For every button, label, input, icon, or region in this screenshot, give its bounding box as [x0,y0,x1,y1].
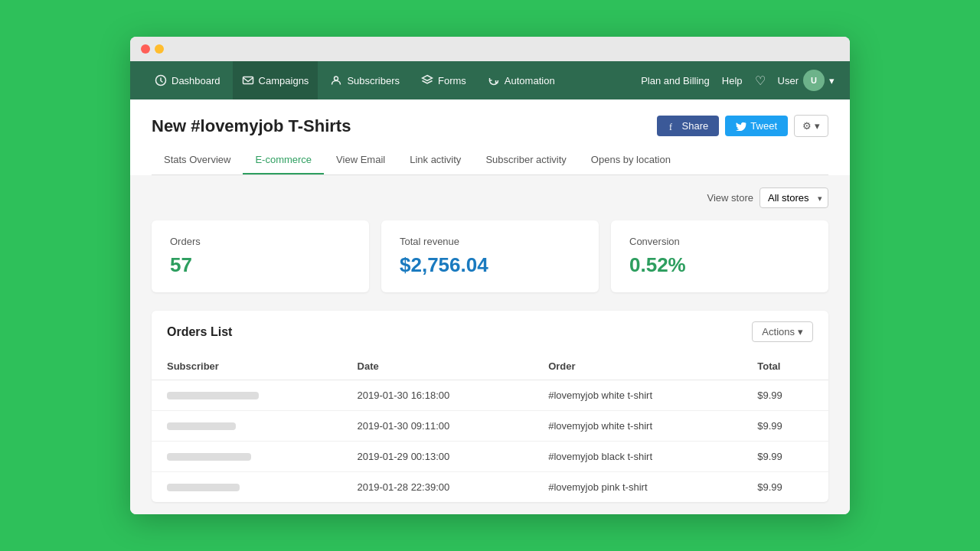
tab-stats-overview[interactable]: Stats Overview [152,146,243,174]
nav-label-forms: Forms [438,75,466,86]
col-total: Total [742,353,828,380]
conversion-value: 0.52% [629,253,810,277]
page-title: New #lovemyjob T-Shirts [152,116,351,136]
nav-label-campaigns: Campaigns [259,75,309,86]
tab-link-activity[interactable]: Link activity [397,146,473,174]
total-cell: $9.99 [742,411,828,442]
nav-item-forms[interactable]: Forms [412,61,475,99]
revenue-value: $2,756.04 [400,253,580,277]
subscriber-placeholder [167,484,240,491]
stats-cards: Orders 57 Total revenue $2,756.04 Conver… [152,220,828,292]
page-content: New #lovemyjob T-Shirts f Share Tweet ⚙ [130,99,850,175]
subscriber-placeholder [167,392,259,399]
table-row: 2019-01-29 00:13:00 #lovemyjob black t-s… [152,442,828,472]
tabs: Stats Overview E-commerce View Email Lin… [152,146,828,175]
subscriber-placeholder [167,453,251,461]
nav-label-dashboard: Dashboard [172,75,220,86]
clock-icon [155,74,167,86]
tab-opens-by-location[interactable]: Opens by location [579,146,683,174]
orders-title: Orders List [167,325,232,339]
nav-label-subscribers: Subscribers [347,75,400,86]
chevron-down-icon: ▾ [829,75,835,86]
nav-left: Dashboard Campaigns Subscribers [145,61,641,99]
dot-green[interactable] [168,44,178,54]
user-area[interactable]: User U ▾ [778,70,835,91]
refresh-icon [488,74,500,86]
revenue-label: Total revenue [400,236,580,247]
stat-card-conversion: Conversion 0.52% [611,220,828,292]
view-store-label: View store [707,192,753,204]
tab-ecommerce[interactable]: E-commerce [243,146,324,174]
table-row: 2019-01-28 22:39:00 #lovemyjob pink t-sh… [152,472,828,503]
facebook-icon: f [668,121,678,132]
tweet-label: Tweet [750,120,777,132]
nav-item-dashboard[interactable]: Dashboard [145,61,230,99]
actions-chevron-icon: ▾ [798,326,803,337]
mail-icon [242,74,254,86]
browser-window: Dashboard Campaigns Subscribers [130,37,850,514]
nav-label-automation: Automation [505,75,555,86]
order-cell: #lovemyjob white t-shirt [533,380,742,411]
heart-icon[interactable]: ♡ [755,73,766,88]
nav-item-automation[interactable]: Automation [479,61,564,99]
total-cell: $9.99 [742,442,828,472]
settings-chevron-icon: ▾ [815,120,820,132]
browser-chrome [130,37,850,61]
date-cell: 2019-01-28 22:39:00 [342,472,534,503]
table-row: 2019-01-30 09:11:00 #lovemyjob white t-s… [152,411,828,442]
user-avatar: U [803,70,825,91]
stat-card-revenue: Total revenue $2,756.04 [381,220,599,292]
date-cell: 2019-01-30 09:11:00 [342,411,534,442]
share-label: Share [682,120,709,132]
date-cell: 2019-01-29 00:13:00 [342,442,534,472]
settings-button[interactable]: ⚙ ▾ [794,115,828,137]
dot-red[interactable] [141,44,150,54]
nav-right: Plan and Billing Help ♡ User U ▾ [641,70,835,91]
order-cell: #lovemyjob pink t-shirt [533,472,742,503]
svg-point-2 [335,77,338,80]
table-header-row: Subscriber Date Order Total [152,353,828,380]
store-select-wrap[interactable]: All stores [760,187,828,208]
table-row: 2019-01-30 16:18:00 #lovemyjob white t-s… [152,380,828,411]
col-order: Order [533,353,742,380]
plan-billing-link[interactable]: Plan and Billing [641,75,710,86]
orders-value: 57 [170,253,351,277]
orders-header: Orders List Actions ▾ [152,311,828,353]
main-body: View store All stores Orders 57 Total re… [130,175,850,514]
tweet-button[interactable]: Tweet [725,116,788,136]
all-stores-select[interactable]: All stores [760,187,828,208]
orders-section: Orders List Actions ▾ Subscriber Date Or… [152,311,828,502]
orders-label: Orders [170,236,351,247]
orders-tbody: 2019-01-30 16:18:00 #lovemyjob white t-s… [152,380,828,503]
store-bar: View store All stores [152,187,828,208]
gear-icon: ⚙ [802,120,812,132]
page-header: New #lovemyjob T-Shirts f Share Tweet ⚙ [152,115,828,137]
layers-icon [421,74,433,86]
order-cell: #lovemyjob black t-shirt [533,442,742,472]
svg-rect-1 [243,77,253,84]
header-actions: f Share Tweet ⚙ ▾ [657,115,828,137]
order-cell: #lovemyjob white t-shirt [533,411,742,442]
actions-button[interactable]: Actions ▾ [752,321,813,342]
dot-yellow[interactable] [155,44,164,54]
col-date: Date [342,353,534,380]
twitter-icon [736,122,746,131]
date-cell: 2019-01-30 16:18:00 [342,380,534,411]
help-link[interactable]: Help [722,75,743,86]
nav-item-subscribers[interactable]: Subscribers [321,61,409,99]
person-icon [330,74,342,86]
share-button[interactable]: f Share [657,116,720,136]
svg-text:f: f [669,122,672,132]
subscriber-placeholder [167,422,236,430]
user-label: User [778,75,799,86]
tab-view-email[interactable]: View Email [324,146,397,174]
nav-item-campaigns[interactable]: Campaigns [233,61,318,99]
total-cell: $9.99 [742,380,828,411]
tab-subscriber-activity[interactable]: Subscriber activity [473,146,578,174]
subscriber-cell [152,411,342,442]
stat-card-orders: Orders 57 [152,220,369,292]
total-cell: $9.99 [742,472,828,503]
navbar: Dashboard Campaigns Subscribers [130,61,850,99]
orders-table: Subscriber Date Order Total 2019-01-30 1… [152,353,828,502]
subscriber-cell [152,442,342,472]
